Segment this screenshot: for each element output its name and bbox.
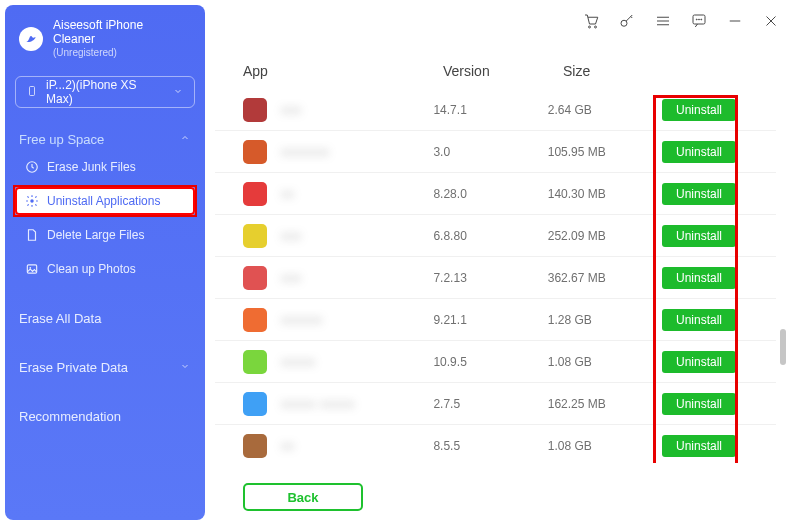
app-version: 8.5.5 [433, 439, 547, 453]
app-row: xxx14.7.12.64 GBUninstall [215, 89, 776, 131]
svg-rect-10 [27, 265, 36, 273]
app-icon [243, 308, 267, 332]
svg-rect-7 [30, 86, 35, 95]
app-row: xx8.5.51.08 GBUninstall [215, 425, 776, 463]
uninstall-button[interactable]: Uninstall [662, 99, 736, 121]
nav-item-label: Uninstall Applications [47, 194, 160, 208]
nav-erase-all-data[interactable]: Erase All Data [15, 305, 195, 332]
brand-logo-icon [19, 27, 43, 51]
app-icon [243, 350, 267, 374]
app-icon [243, 140, 267, 164]
feedback-icon[interactable] [690, 12, 708, 30]
app-size: 2.64 GB [548, 103, 662, 117]
uninstall-button[interactable]: Uninstall [662, 351, 736, 373]
app-icon [243, 392, 267, 416]
uninstall-button[interactable]: Uninstall [662, 267, 736, 289]
app-size: 1.08 GB [548, 355, 662, 369]
minimize-icon[interactable] [726, 12, 744, 30]
nav-item-label: Erase Junk Files [47, 160, 136, 174]
svg-point-5 [699, 19, 700, 20]
app-row: xxx6.8.80252.09 MBUninstall [215, 215, 776, 257]
uninstall-button[interactable]: Uninstall [662, 435, 736, 457]
close-icon[interactable] [762, 12, 780, 30]
footer: Back [215, 483, 786, 511]
clock-icon [25, 160, 39, 174]
column-headers: App Version Size [215, 55, 786, 89]
uninstall-button[interactable]: Uninstall [662, 225, 736, 247]
app-size: 105.95 MB [548, 145, 662, 159]
app-icon [243, 98, 267, 122]
app-name: xxxxx [281, 355, 316, 369]
nav-clean-up-photos[interactable]: Clean up Photos [15, 255, 195, 283]
scrollbar[interactable] [780, 329, 786, 365]
brand-sub: Cleaner [53, 33, 143, 47]
nav-item-label: Clean up Photos [47, 262, 136, 276]
app-version: 10.9.5 [433, 355, 547, 369]
svg-point-9 [30, 199, 34, 203]
sidebar: Aiseesoft iPhone Cleaner (Unregistered) … [5, 5, 205, 520]
device-label: iP...2)(iPhone XS Max) [46, 78, 164, 106]
nav-uninstall-applications[interactable]: Uninstall Applications [15, 187, 195, 215]
app-size: 252.09 MB [548, 229, 662, 243]
nav-section-free-up-space[interactable]: Free up Space [15, 132, 195, 147]
content-area: App Version Size xxx14.7.12.64 GBUninsta… [215, 55, 786, 511]
uninstall-button[interactable]: Uninstall [662, 309, 736, 331]
chevron-down-icon [172, 85, 184, 100]
app-row: xxxxx10.9.51.08 GBUninstall [215, 341, 776, 383]
col-app: App [243, 63, 443, 79]
app-size: 1.08 GB [548, 439, 662, 453]
app-name: xxx [281, 271, 302, 285]
nav-delete-large-files[interactable]: Delete Large Files [15, 221, 195, 249]
app-name: xxxxxxx [281, 145, 330, 159]
svg-point-1 [595, 26, 597, 28]
nav-recommendation[interactable]: Recommendation [15, 403, 195, 430]
app-size: 162.25 MB [548, 397, 662, 411]
app-size: 362.67 MB [548, 271, 662, 285]
app-row: xxx7.2.13362.67 MBUninstall [215, 257, 776, 299]
app-icon [243, 224, 267, 248]
app-size: 1.28 GB [548, 313, 662, 327]
app-name: xxx [281, 229, 302, 243]
svg-point-6 [701, 19, 702, 20]
back-button[interactable]: Back [243, 483, 363, 511]
app-icon [243, 266, 267, 290]
app-version: 9.21.1 [433, 313, 547, 327]
app-icon [243, 182, 267, 206]
app-list: xxx14.7.12.64 GBUninstall xxxxxxx3.0105.… [215, 89, 786, 463]
device-selector[interactable]: iP...2)(iPhone XS Max) [15, 76, 195, 108]
chevron-down-icon [179, 360, 191, 375]
app-row: xxxxx xxxxx2.7.5162.25 MBUninstall [215, 383, 776, 425]
app-row: xxxxxxx3.0105.95 MBUninstall [215, 131, 776, 173]
menu-icon[interactable] [654, 12, 672, 30]
app-version: 7.2.13 [433, 271, 547, 285]
app-name: xx [281, 439, 295, 453]
uninstall-button[interactable]: Uninstall [662, 393, 736, 415]
nav-section-label: Free up Space [19, 132, 104, 147]
svg-point-0 [589, 26, 591, 28]
app-name: xxxxx xxxxx [281, 397, 355, 411]
app-name: xxxxxx [281, 313, 323, 327]
nav-erase-private-data[interactable]: Erase Private Data [15, 354, 195, 381]
col-version: Version [443, 63, 563, 79]
app-name: xxx [281, 103, 302, 117]
uninstall-button[interactable]: Uninstall [662, 141, 736, 163]
brand: Aiseesoft iPhone Cleaner (Unregistered) [15, 19, 195, 58]
svg-point-4 [696, 19, 697, 20]
uninstall-button[interactable]: Uninstall [662, 183, 736, 205]
brand-status: (Unregistered) [53, 47, 143, 59]
app-name: xx [281, 187, 295, 201]
nav-erase-junk-files[interactable]: Erase Junk Files [15, 153, 195, 181]
app-version: 14.7.1 [433, 103, 547, 117]
nav-item-label: Delete Large Files [47, 228, 144, 242]
gear-icon [25, 194, 39, 208]
app-version: 6.8.80 [433, 229, 547, 243]
nav-section-label: Erase All Data [19, 311, 101, 326]
window-titlebar [582, 12, 780, 30]
app-version: 8.28.0 [433, 187, 547, 201]
app-row: xx8.28.0140.30 MBUninstall [215, 173, 776, 215]
app-version: 2.7.5 [433, 397, 547, 411]
cart-icon[interactable] [582, 12, 600, 30]
key-icon[interactable] [618, 12, 636, 30]
svg-point-2 [621, 20, 627, 26]
nav-section-label: Recommendation [19, 409, 121, 424]
